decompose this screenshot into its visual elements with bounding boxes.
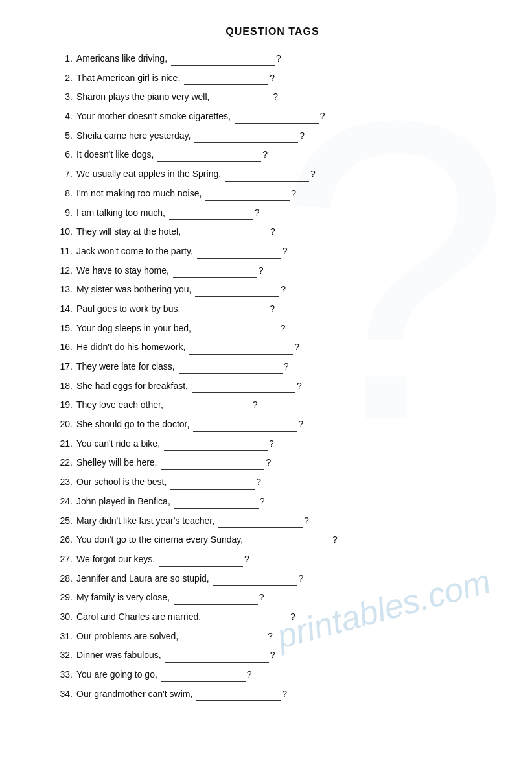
answer-blank[interactable] <box>157 153 261 162</box>
question-text: Sheila came here yesterday, ? <box>76 129 305 143</box>
question-number: 4. <box>52 110 73 124</box>
question-number: 7. <box>52 167 73 182</box>
answer-blank[interactable] <box>196 692 281 701</box>
question-number: 13. <box>52 283 73 297</box>
question-item: 22.Shelley will be here, ? <box>52 456 493 470</box>
answer-blank[interactable] <box>170 480 255 490</box>
answer-blank[interactable] <box>195 288 279 297</box>
question-item: 21.You can't ride a bike, ? <box>52 437 493 451</box>
answer-blank[interactable] <box>182 634 266 643</box>
question-item: 32.Dinner was fabulous, ? <box>52 648 493 663</box>
question-number: 28. <box>52 572 73 586</box>
question-text: They will stay at the hotel, ? <box>76 225 275 239</box>
question-text: My sister was bothering you, ? <box>76 283 286 297</box>
question-number: 18. <box>52 379 73 394</box>
question-item: 12.We have to stay home, ? <box>52 264 493 278</box>
question-item: 11.Jack won't come to the party, ? <box>52 244 493 259</box>
question-number: 29. <box>52 591 73 605</box>
question-item: 14.Paul goes to work by bus, ? <box>52 302 493 316</box>
answer-blank[interactable] <box>184 307 268 316</box>
answer-blank[interactable] <box>195 326 279 335</box>
page-content: QUESTION TAGS 1.Americans like driving, … <box>0 0 532 732</box>
question-item: 20.She should go to the doctor, ? <box>52 418 493 432</box>
question-number: 3. <box>52 90 73 104</box>
question-text: Paul goes to work by bus, ? <box>76 302 275 316</box>
question-number: 32. <box>52 648 73 663</box>
answer-blank[interactable] <box>164 442 268 451</box>
answer-blank[interactable] <box>159 558 243 567</box>
question-item: 15.Your dog sleeps in your bed, ? <box>52 322 493 336</box>
question-number: 16. <box>52 340 73 355</box>
question-number: 12. <box>52 264 73 278</box>
answer-blank[interactable] <box>235 115 319 124</box>
question-text: Your mother doesn't smoke cigarettes, ? <box>76 110 325 124</box>
answer-blank[interactable] <box>192 384 295 393</box>
question-item: 5.Sheila came here yesterday, ? <box>52 129 493 143</box>
question-text: I'm not making too much noise, ? <box>76 187 296 201</box>
question-item: 24.John played in Benfica, ? <box>52 495 493 509</box>
question-item: 3.Sharon plays the piano very well, ? <box>52 90 493 104</box>
question-item: 27.We forgot our keys, ? <box>52 552 493 567</box>
question-item: 29.My family is very close, ? <box>52 591 493 605</box>
question-text: She had eggs for breakfast, ? <box>76 379 302 394</box>
question-number: 6. <box>52 148 73 162</box>
question-number: 24. <box>52 495 73 509</box>
question-number: 20. <box>52 418 73 432</box>
question-item: 25.Mary didn't like last year's teacher,… <box>52 514 493 528</box>
question-item: 18.She had eggs for breakfast, ? <box>52 379 493 394</box>
question-item: 17.They were late for class, ? <box>52 360 493 374</box>
question-text: Our problems are solved, ? <box>76 630 273 644</box>
question-item: 33.You are going to go, ? <box>52 668 493 682</box>
answer-blank[interactable] <box>174 500 259 509</box>
question-number: 9. <box>52 206 73 220</box>
question-text: Carol and Charles are married, ? <box>76 610 295 624</box>
answer-blank[interactable] <box>213 576 297 586</box>
question-number: 5. <box>52 129 73 143</box>
answer-blank[interactable] <box>193 423 297 432</box>
answer-blank[interactable] <box>173 268 257 278</box>
question-number: 10. <box>52 225 73 239</box>
question-text: He didn't do his homework, ? <box>76 340 299 355</box>
question-number: 8. <box>52 187 73 201</box>
answer-blank[interactable] <box>179 365 283 374</box>
question-text: We forgot our keys, ? <box>76 552 249 567</box>
question-item: 8.I'm not making too much noise, ? <box>52 187 493 201</box>
answer-blank[interactable] <box>171 57 275 66</box>
question-number: 21. <box>52 437 73 451</box>
question-text: Our school is the best, ? <box>76 475 261 490</box>
question-item: 26.You don't go to the cinema every Sund… <box>52 533 493 547</box>
question-text: We have to stay home, ? <box>76 264 264 278</box>
answer-blank[interactable] <box>184 76 268 85</box>
question-item: 9.I am talking too much, ? <box>52 206 493 220</box>
answer-blank[interactable] <box>225 172 309 182</box>
answer-blank[interactable] <box>169 211 253 220</box>
question-text: You don't go to the cinema every Sunday,… <box>76 533 338 547</box>
page-title: QUESTION TAGS <box>52 26 493 38</box>
answer-blank[interactable] <box>165 654 269 663</box>
question-text: Our grandmother can't swim, ? <box>76 687 287 702</box>
answer-blank[interactable] <box>205 192 290 201</box>
answer-blank[interactable] <box>197 250 281 259</box>
question-text: It doesn't like dogs, ? <box>76 148 268 162</box>
question-number: 11. <box>52 244 73 259</box>
question-text: They love each other, ? <box>76 398 258 412</box>
answer-blank[interactable] <box>247 538 331 547</box>
answer-blank[interactable] <box>213 95 272 104</box>
answer-blank[interactable] <box>189 346 293 355</box>
answer-blank[interactable] <box>185 230 269 239</box>
question-text: Sharon plays the piano very well, ? <box>76 90 278 104</box>
question-text: Your dog sleeps in your bed, ? <box>76 322 286 336</box>
question-text: Shelley will be here, ? <box>76 456 271 470</box>
question-number: 2. <box>52 71 73 86</box>
question-item: 34.Our grandmother can't swim, ? <box>52 687 493 702</box>
question-item: 16.He didn't do his homework, ? <box>52 340 493 355</box>
answer-blank[interactable] <box>194 134 298 143</box>
question-text: You are going to go, ? <box>76 668 252 682</box>
answer-blank[interactable] <box>161 673 246 682</box>
answer-blank[interactable] <box>167 403 251 412</box>
answer-blank[interactable] <box>205 615 289 624</box>
answer-blank[interactable] <box>161 461 264 470</box>
answer-blank[interactable] <box>174 596 258 605</box>
answer-blank[interactable] <box>218 519 303 528</box>
question-item: 10.They will stay at the hotel, ? <box>52 225 493 239</box>
